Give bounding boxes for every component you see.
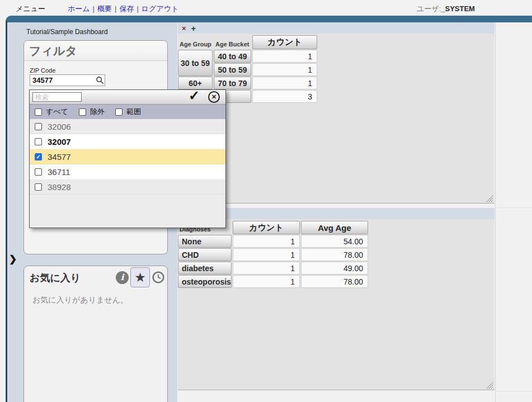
value-cell: 1	[233, 235, 300, 248]
zip-code-label: ZIP Code	[30, 67, 55, 74]
item-label: 32007	[48, 137, 71, 146]
top-nav-links: ホーム|概要|保存|ログアウト	[68, 4, 178, 14]
item-label: 32006	[48, 122, 71, 131]
column-header-count[interactable]: カウント	[252, 35, 317, 49]
option-all[interactable]: すべて	[35, 107, 68, 117]
item-label: 34577	[48, 152, 71, 162]
row-header-cell[interactable]: 40 to 49	[214, 50, 251, 63]
value-cell: 1	[252, 50, 317, 63]
value-cell: 1	[233, 262, 300, 275]
item-label: 38928	[48, 182, 71, 192]
list-item[interactable]: 36711	[30, 164, 225, 179]
favorites-title: お気に入り	[30, 271, 81, 285]
logout-link[interactable]: ログアウト	[142, 4, 179, 13]
value-cell: 1	[233, 275, 300, 288]
widget-body: Diagnoses カウント Avg Age None 1 54.00 CHD …	[178, 219, 495, 390]
exclude-checkbox[interactable]	[79, 108, 86, 116]
row-header-cell[interactable]: osteoporosis	[178, 275, 232, 288]
filter-panel-title: フィルタ	[24, 41, 167, 61]
all-label: すべて	[46, 107, 68, 117]
sidebar-collapse-chevron-icon[interactable]: ❯	[9, 253, 17, 265]
widget-toolbar: × +	[178, 22, 495, 34]
canvas-grid-line	[495, 207, 532, 208]
favorites-panel: お気に入り i ★ お気に入りがありません。	[23, 266, 168, 402]
range-label: 範囲	[126, 107, 141, 117]
top-menu-bar: メニュー ホーム|概要|保存|ログアウト ユーザ:_SYSTEM	[0, 0, 532, 16]
zip-filter-popup: ✓ ✕ すべて 除外 範囲 32006 32007 ✓	[29, 89, 226, 228]
row-header-cell[interactable]: 30 to 59	[178, 50, 213, 76]
zip-code-input[interactable]	[30, 74, 105, 86]
canvas-grid-line	[495, 22, 496, 402]
canvas-grid-line	[495, 391, 532, 391]
apply-checkmark-icon[interactable]: ✓	[189, 88, 200, 103]
column-header-age-bucket: Age Bucket	[214, 35, 251, 49]
user-info: ユーザ:_SYSTEM	[417, 4, 475, 14]
column-header-age-group: Age Group	[178, 35, 213, 49]
diagnoses-pivot-table: Diagnoses カウント Avg Age None 1 54.00 CHD …	[178, 221, 368, 288]
item-checkbox[interactable]	[35, 168, 42, 176]
value-cell: 1	[252, 77, 317, 89]
add-widget-icon[interactable]: +	[191, 24, 196, 32]
close-icon[interactable]: ✕	[208, 91, 220, 103]
zip-code-field-wrap	[30, 74, 105, 86]
item-label: 36711	[48, 167, 70, 177]
range-checkbox[interactable]	[115, 108, 123, 116]
dashboard-title: Tutorial/Sample Dashboard	[26, 28, 108, 36]
exclude-label: 除外	[90, 107, 105, 117]
value-cell: 78.00	[301, 275, 368, 288]
check-glyph: ✓	[36, 154, 40, 160]
list-item[interactable]: 32006	[30, 119, 225, 134]
recent-clock-icon[interactable]	[152, 271, 165, 284]
row-header-cell[interactable]: CHD	[178, 248, 232, 261]
diagnoses-pivot-widget: Diagnoses カウント Avg Age None 1 54.00 CHD …	[178, 208, 495, 390]
value-cell: 3	[252, 90, 317, 103]
popup-filter-options: すべて 除外 範囲	[30, 105, 225, 119]
window-title-bar	[6, 16, 532, 22]
save-link[interactable]: 保存	[119, 4, 134, 13]
row-header-cell[interactable]: diabetes	[178, 262, 232, 275]
search-icon[interactable]	[96, 76, 104, 84]
column-header-avg-age[interactable]: Avg Age	[301, 221, 368, 234]
row-header-cell[interactable]: 70 to 79	[214, 77, 251, 89]
user-label: ユーザ:	[417, 4, 441, 13]
widget-resize-handle[interactable]	[486, 195, 493, 202]
widget-resize-handle[interactable]	[486, 381, 493, 389]
dashboard-page: メニュー ホーム|概要|保存|ログアウト ユーザ:_SYSTEM Tutoria…	[0, 0, 532, 402]
item-checkbox[interactable]	[35, 138, 42, 145]
home-link[interactable]: ホーム	[68, 4, 90, 13]
value-cell: 54.00	[301, 235, 368, 248]
link-separator: |	[136, 4, 138, 13]
value-cell: 1	[233, 248, 300, 261]
column-header-count[interactable]: カウント	[233, 221, 300, 234]
item-checkbox[interactable]	[35, 123, 42, 130]
list-item-selected[interactable]: ✓ 34577	[30, 149, 225, 164]
link-separator: |	[115, 4, 116, 13]
row-header-cell[interactable]: None	[178, 235, 232, 248]
row-header-cell[interactable]: 50 to 59	[214, 63, 251, 76]
option-range[interactable]: 範囲	[115, 107, 141, 117]
value-cell: 49.00	[301, 262, 368, 275]
option-exclude[interactable]: 除外	[79, 107, 105, 117]
item-checkbox-checked[interactable]: ✓	[35, 153, 42, 160]
all-checkbox[interactable]	[35, 108, 42, 116]
link-separator: |	[93, 4, 95, 13]
favorites-toolbar: i ★	[116, 267, 165, 287]
dashboard-canvas: × + Age Group Age Bucket カウント 30 to 59 4…	[177, 22, 532, 402]
favorites-empty-message: お気に入りがありません。	[32, 295, 128, 305]
list-item[interactable]: 38928	[30, 179, 225, 195]
remove-widget-icon[interactable]: ×	[182, 25, 186, 32]
list-item[interactable]: 32007	[30, 134, 225, 149]
popup-search-input[interactable]	[32, 92, 82, 102]
item-checkbox[interactable]	[35, 183, 42, 191]
close-x-glyph: ✕	[211, 93, 216, 101]
popup-toolbar: ✓ ✕	[30, 90, 225, 105]
user-name: _SYSTEM	[441, 4, 475, 13]
menu-button[interactable]: メニュー	[16, 4, 45, 14]
overview-link[interactable]: 概要	[97, 4, 112, 13]
info-icon[interactable]: i	[116, 271, 129, 284]
value-cell: 1	[252, 63, 317, 76]
favorites-star-button[interactable]: ★	[130, 267, 150, 287]
favorites-header: お気に入り i ★	[24, 266, 167, 289]
star-icon: ★	[134, 270, 146, 285]
value-cell: 78.00	[301, 248, 368, 261]
